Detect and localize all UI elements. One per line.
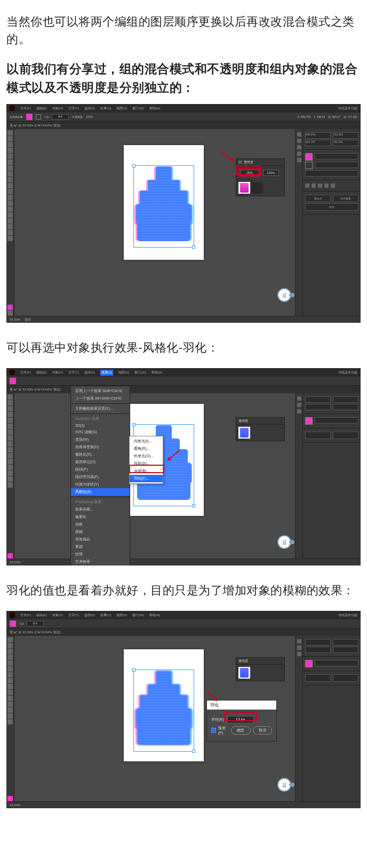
hand-tool-icon[interactable] bbox=[7, 230, 13, 235]
panel-icon-5[interactable] bbox=[297, 158, 301, 162]
appearance-fill-swatch[interactable] bbox=[305, 153, 313, 161]
zoom-tool-icon[interactable] bbox=[7, 236, 13, 241]
transparency-panel[interactable]: 透明度 bbox=[236, 417, 285, 441]
gradient-tool-icon[interactable] bbox=[7, 206, 13, 212]
tool-icon[interactable] bbox=[7, 476, 13, 482]
menu-item-blur[interactable]: 模糊 bbox=[71, 528, 130, 536]
canvas-area[interactable]: 透明度 羽化 半径(R): 12 px 预览(P) 确定 取消 bbox=[6, 636, 361, 801]
menu-view[interactable]: 视图(V) bbox=[118, 370, 129, 375]
tool-icon[interactable] bbox=[7, 406, 13, 411]
panel-icon[interactable] bbox=[297, 403, 301, 407]
appearance-stroke-swatch[interactable] bbox=[305, 162, 313, 169]
menu-item-distort2[interactable]: 扭曲 bbox=[71, 521, 130, 528]
stroke-swatch[interactable] bbox=[36, 114, 41, 120]
tool-icon[interactable] bbox=[7, 684, 13, 689]
selected-artwork[interactable] bbox=[134, 671, 193, 751]
effect-menu-dropdown[interactable]: 应用上一个效果 Shift+Ctrl+E 上一个效果 Alt+Shift+Ctr… bbox=[70, 386, 130, 566]
tool-icon[interactable] bbox=[7, 429, 13, 435]
graphic-style[interactable]: 基本 bbox=[52, 114, 69, 120]
document-tab[interactable]: 鹿.ai* @ 33.33% (CMYK/GPU 预览) bbox=[10, 123, 61, 128]
menu-window[interactable]: 窗口(W) bbox=[132, 106, 144, 111]
pen-tool-icon[interactable] bbox=[7, 142, 13, 147]
tool-icon[interactable] bbox=[7, 637, 13, 642]
stroke-weight[interactable]: 1 pt bbox=[44, 115, 49, 118]
menu-select[interactable]: 选择(S) bbox=[84, 106, 95, 111]
tool-icon[interactable] bbox=[7, 649, 13, 654]
menu-item-sketch[interactable]: 素描 bbox=[71, 543, 130, 551]
menu-item-raster-settings[interactable]: 文档栅格效果设置(E)... bbox=[71, 405, 130, 412]
menu-item-brushstroke[interactable]: 画笔描边 bbox=[71, 536, 130, 543]
align-icon[interactable] bbox=[331, 184, 335, 188]
quick-action-3[interactable]: 排序 bbox=[305, 203, 358, 211]
menu-item-path[interactable]: 路径(P) bbox=[71, 466, 130, 473]
submenu-inner-glow[interactable]: 内发光(I)... bbox=[130, 437, 163, 445]
tool-icon[interactable] bbox=[7, 482, 13, 488]
menu-effect[interactable]: 效果(C) bbox=[100, 106, 111, 111]
canvas-area[interactable]: 透明度 滤色 100% 340.076701.0 bbox=[6, 129, 361, 316]
tool-icon[interactable] bbox=[7, 707, 13, 713]
panel-icon-4[interactable] bbox=[297, 152, 301, 156]
tool-icon[interactable] bbox=[7, 655, 13, 660]
zoom-level[interactable]: 33.33% bbox=[10, 803, 20, 807]
tool-icon[interactable] bbox=[7, 471, 13, 476]
menu-edit[interactable]: 编辑(E) bbox=[36, 370, 47, 375]
menu-item-convert-shape[interactable]: 转换为形状(V) bbox=[71, 481, 130, 488]
tool-icon[interactable] bbox=[7, 418, 13, 423]
scale-tool-icon[interactable] bbox=[7, 189, 13, 194]
fill-color-icon[interactable] bbox=[7, 305, 13, 310]
appearance-fill-swatch[interactable] bbox=[305, 417, 313, 425]
menu-item-stylize[interactable]: 风格化(S) bbox=[71, 488, 130, 496]
menu-item-svg-filter[interactable]: SVG 滤镜(G) bbox=[71, 428, 130, 436]
menu-item-pixelate[interactable]: 像素化 bbox=[71, 513, 130, 521]
menu-item-texture[interactable]: 纹理 bbox=[71, 551, 130, 558]
artboard-tool-icon[interactable] bbox=[7, 224, 13, 229]
stylize-submenu[interactable]: 内发光(I)... 圆角(R)... 外发光(O)... 投影(D)... 涂抹… bbox=[129, 436, 163, 484]
menu-select[interactable]: 选择(S) bbox=[84, 370, 95, 375]
align-icon[interactable] bbox=[305, 184, 309, 188]
quick-action[interactable] bbox=[333, 674, 358, 682]
zoom-level[interactable]: 33.33% bbox=[10, 318, 20, 321]
menu-object[interactable]: 对象(O) bbox=[52, 106, 63, 111]
menu-item-cropmarks[interactable]: 裁剪标记(O) bbox=[71, 458, 130, 466]
tool-icon[interactable] bbox=[7, 453, 13, 458]
transparency-panel[interactable]: 透明度 bbox=[236, 657, 285, 681]
tool-icon[interactable] bbox=[7, 660, 13, 666]
menu-type[interactable]: 文字(T) bbox=[68, 613, 79, 618]
menu-window[interactable]: 窗口(W) bbox=[134, 370, 146, 375]
transparency-panel[interactable]: 透明度 滤色 100% bbox=[236, 158, 285, 196]
quick-action-1[interactable]: 重命名 bbox=[305, 195, 331, 202]
rect-tool-icon[interactable] bbox=[7, 160, 13, 165]
selected-artwork[interactable] bbox=[134, 166, 193, 246]
align-icon[interactable] bbox=[312, 184, 316, 188]
align-icon[interactable] bbox=[324, 184, 329, 188]
transform-y[interactable]: 701.001 bbox=[333, 132, 358, 139]
appearance-fill-swatch[interactable] bbox=[305, 660, 313, 667]
opacity-input[interactable]: 100% bbox=[263, 170, 279, 176]
zoom-level[interactable]: 33.33% bbox=[10, 561, 20, 564]
tool-icon[interactable] bbox=[7, 447, 13, 452]
eraser-tool-icon[interactable] bbox=[7, 177, 13, 182]
menu-help[interactable]: 帮助(H) bbox=[149, 613, 160, 618]
menu-item-artistic[interactable]: 艺术效果 bbox=[71, 558, 130, 566]
fill-swatch[interactable] bbox=[10, 620, 16, 627]
menu-item-gallery[interactable]: 效果画廊... bbox=[71, 506, 130, 513]
menu-item-warp[interactable]: 变形(W) bbox=[71, 436, 130, 443]
eyedropper-tool-icon[interactable] bbox=[7, 212, 13, 218]
shape-builder-tool-icon[interactable] bbox=[7, 201, 13, 206]
quick-action-2[interactable]: 对齐像素 bbox=[333, 195, 358, 202]
quick-action[interactable] bbox=[305, 674, 331, 682]
blend-tool-icon[interactable] bbox=[7, 218, 13, 224]
menu-file[interactable]: 文件(F) bbox=[20, 613, 31, 618]
tool-icon[interactable] bbox=[7, 702, 13, 707]
document-tab[interactable]: 鹿.ai* @ 33.33% (CMYK/GPU 预览) bbox=[10, 630, 61, 635]
transform-w[interactable]: 622.157 bbox=[305, 140, 331, 146]
panel-icon[interactable] bbox=[297, 646, 301, 650]
tool-icon[interactable] bbox=[7, 465, 13, 470]
panel-icon[interactable] bbox=[297, 652, 301, 656]
transform-x[interactable]: 340.076 bbox=[305, 132, 331, 139]
fill-color-icon[interactable] bbox=[7, 553, 13, 559]
tool-icon[interactable] bbox=[7, 672, 13, 678]
graphic-style[interactable]: 基本 bbox=[27, 621, 44, 626]
panel-icon[interactable] bbox=[297, 409, 301, 413]
menu-edit[interactable]: 编辑(E) bbox=[36, 613, 47, 618]
